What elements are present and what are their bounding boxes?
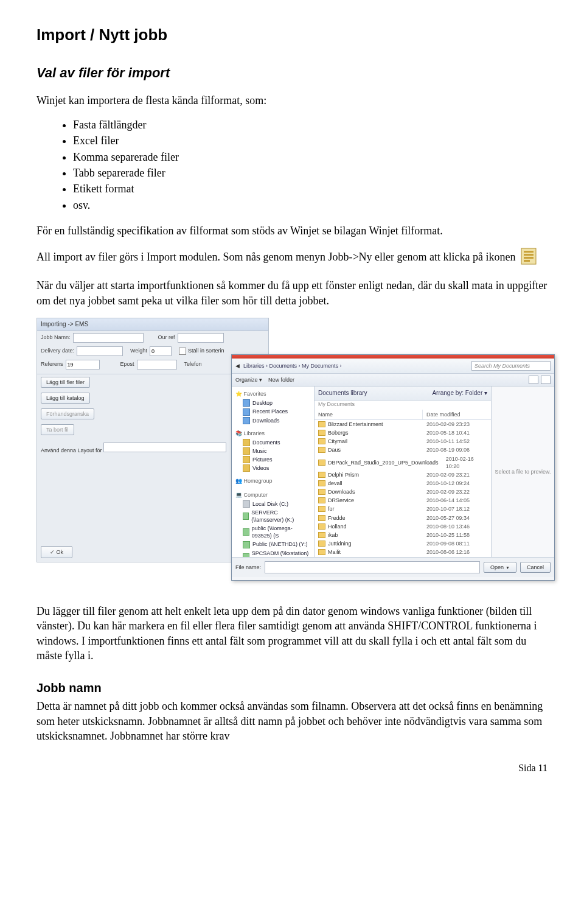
nav-back-icon[interactable]: ◀ — [235, 362, 240, 369]
file-row[interactable]: DRService2010-06-14 14:05 — [315, 496, 491, 505]
filename-label: File name: — [235, 564, 261, 571]
nav-item[interactable]: Documents — [232, 438, 314, 447]
list-item: Komma separerade filer — [73, 150, 548, 164]
folder-icon — [318, 438, 325, 444]
folder-icon — [318, 430, 325, 436]
file-row[interactable]: Fredde2010-05-27 09:34 — [315, 514, 491, 522]
nav-item[interactable]: Videos — [232, 464, 314, 472]
folder-icon — [318, 549, 325, 555]
page-number: Sida 11 — [36, 761, 548, 775]
input-epost[interactable] — [137, 360, 177, 369]
file-row[interactable]: DBPack_Rad_Studio_2010_UP5_Downloads2010… — [315, 455, 491, 471]
file-row[interactable]: Daus2010-08-19 09:06 — [315, 446, 491, 454]
file-row[interactable]: Citymail2010-10-11 14:52 — [315, 437, 491, 446]
preview-pane: Select a file to preview. — [491, 387, 554, 557]
file-row[interactable]: Bobergs2010-05-18 10:41 — [315, 429, 491, 437]
jobbnamn-paragraph: Detta är namnet på ditt jobb och kommer … — [36, 699, 548, 743]
screenshot-composite: Importing -> EMS Jobb Namn: Our ref Deli… — [36, 318, 554, 586]
nav-computer: 💻 Computer — [232, 490, 314, 500]
import-titlebar: Importing -> EMS — [37, 318, 268, 331]
format-list: Fasta fältlängder Excel filer Komma sepa… — [36, 117, 548, 212]
dropdown-layout[interactable] — [103, 443, 226, 452]
nav-item[interactable]: Public (\\NETHD1) (Y:) — [232, 540, 314, 548]
heading-jobbnamn: Jobb namn — [36, 680, 548, 696]
nav-pane: ⭐ Favorites Desktop Recent Places Downlo… — [232, 387, 315, 557]
input-jobb-namn[interactable] — [73, 333, 144, 343]
label-referens: Referens — [41, 360, 63, 368]
search-input[interactable]: Search My Documents — [471, 361, 551, 371]
col-name[interactable]: Name — [315, 410, 423, 419]
breadcrumb[interactable]: Libraries › Documents › My Documents › — [243, 362, 342, 369]
nav-item[interactable]: Music — [232, 447, 314, 455]
heading-import: Import / Nytt jobb — [36, 24, 548, 46]
nav-item[interactable]: Recent Places — [232, 407, 314, 416]
file-list: Documents library Arrange by: Folder ▾ M… — [315, 387, 491, 557]
file-row[interactable]: for2010-10-07 18:12 — [315, 505, 491, 513]
btn-tabort[interactable]: Ta bort fil — [41, 424, 74, 435]
spec-paragraph: För en fullständig specifikation av filf… — [36, 223, 548, 238]
svg-rect-1 — [524, 251, 534, 253]
list-item: Fasta fältlängder — [73, 117, 548, 132]
nav-item[interactable]: SPCSADM (\\kxstation) (Z:) — [232, 549, 314, 558]
list-item: osv. — [73, 198, 548, 212]
folder-icon — [318, 523, 325, 530]
file-row[interactable]: devall2010-10-12 09:24 — [315, 479, 491, 488]
nav-item[interactable]: Desktop — [232, 399, 314, 407]
nav-item[interactable]: Local Disk (C:) — [232, 500, 314, 508]
file-row[interactable]: Downloads2010-02-09 23:22 — [315, 488, 491, 496]
btn-lagg-filer[interactable]: Lägg till fler filer — [41, 377, 90, 388]
module-paragraph: All import av filer görs i Import module… — [36, 248, 548, 268]
svg-rect-4 — [524, 260, 530, 262]
nav-item[interactable]: Pictures — [232, 455, 314, 464]
folder-icon — [318, 480, 325, 486]
filename-input[interactable] — [265, 561, 480, 573]
window-paragraph: När du väljer att starta importfunktione… — [36, 278, 548, 308]
folder-icon — [318, 489, 325, 495]
btn-lagg-katalog[interactable]: Lägg till katalog — [41, 393, 90, 404]
library-title: Documents library — [318, 389, 367, 397]
new-folder-button[interactable]: New folder — [268, 376, 294, 383]
new-job-icon — [521, 248, 537, 268]
file-row[interactable]: ikab2010-10-25 11:58 — [315, 531, 491, 539]
btn-forhand[interactable]: Förhandsgranska — [41, 408, 94, 419]
label-our-ref: Our ref — [158, 334, 175, 341]
label-layout: Använd denna Layout för — [41, 447, 102, 453]
organize-menu[interactable]: Organize ▾ — [235, 376, 262, 383]
input-referens[interactable] — [66, 360, 100, 369]
nav-libraries: 📚 Libraries — [232, 429, 314, 438]
nav-item[interactable]: SERVERC (\\amsserver) (K:) — [232, 508, 314, 524]
file-row[interactable]: Mailit2010-08-06 12:16 — [315, 548, 491, 556]
input-delivery[interactable] — [77, 346, 123, 356]
nav-favorites: ⭐ Favorites — [232, 389, 314, 399]
input-our-ref[interactable] — [178, 333, 224, 343]
col-date[interactable]: Date modified — [423, 410, 491, 419]
folder-icon — [318, 506, 325, 512]
arrange-by[interactable]: Arrange by: Folder ▾ — [432, 389, 487, 397]
label-telefon: Telefon — [184, 360, 202, 368]
checkbox-stall[interactable]: Ställ in sorterin — [179, 347, 224, 354]
file-row[interactable]: Delphi Prism2010-02-09 23:21 — [315, 471, 491, 479]
file-row[interactable]: Blizzard Entertainment2010-02-09 23:23 — [315, 420, 491, 429]
folder-icon — [318, 472, 325, 478]
list-item: Etikett format — [73, 181, 548, 196]
help-icon[interactable] — [541, 376, 551, 384]
label-weight: Weight — [130, 347, 147, 354]
library-sub: My Documents — [315, 401, 491, 410]
open-dialog: ◀ Libraries › Documents › My Documents ›… — [231, 354, 555, 581]
folder-icon — [318, 447, 325, 453]
cancel-button[interactable]: Cancel — [520, 562, 551, 573]
file-row[interactable]: Holland2010-08-10 13:46 — [315, 522, 491, 531]
nav-item[interactable]: Downloads — [232, 416, 314, 425]
list-item: Tabb separerade filer — [73, 166, 548, 180]
nav-homegroup[interactable]: 👥 Homegroup — [232, 476, 314, 486]
open-button[interactable]: Open▼ — [484, 562, 516, 573]
input-weight[interactable] — [150, 346, 172, 356]
file-row[interactable]: Juttidning2010-09-08 08:11 — [315, 539, 491, 548]
svg-rect-0 — [521, 248, 536, 264]
folder-icon — [318, 497, 325, 503]
svg-rect-2 — [524, 254, 534, 256]
after-paragraph: Du lägger till filer genom att helt enke… — [36, 604, 548, 663]
btn-ok[interactable]: ✓ Ok — [41, 546, 72, 558]
nav-item[interactable]: public (\\Iomega-093525) (S — [232, 524, 314, 540]
view-icon[interactable] — [529, 376, 538, 384]
